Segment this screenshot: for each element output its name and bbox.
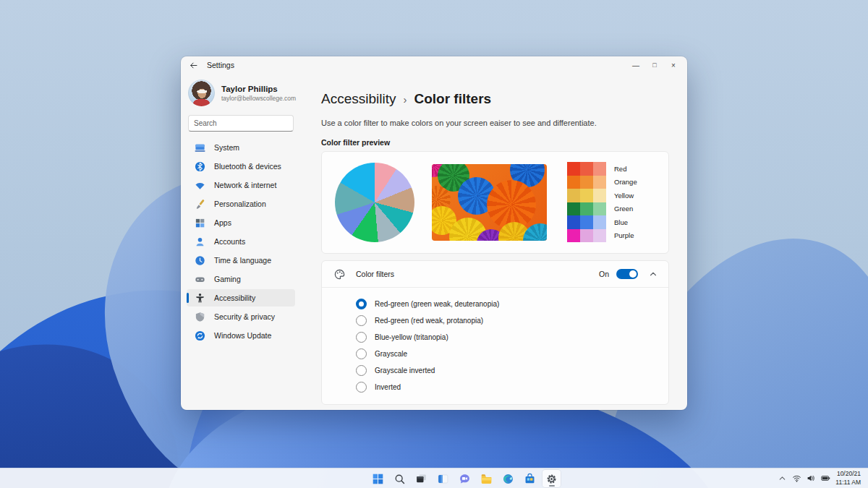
swatch-cell [580, 162, 593, 176]
sidebar-item[interactable]: System [187, 139, 295, 156]
breadcrumb-parent[interactable]: Accessibility [321, 91, 396, 107]
radio-button[interactable] [356, 348, 367, 359]
window-title: Settings [207, 61, 234, 69]
filter-option-row[interactable]: Grayscale [356, 346, 668, 362]
sidebar-item-label: Accessibility [214, 294, 255, 302]
chevron-up-icon[interactable] [778, 474, 787, 483]
taskbar-app-button[interactable] [521, 470, 539, 487]
maximize-button[interactable]: □ [645, 59, 664, 72]
taskbar-app-button[interactable] [434, 470, 452, 487]
sidebar-item-icon [195, 330, 205, 341]
taskbar: 10/20/21 11:11 AM [0, 468, 868, 488]
filter-option-label: Grayscale inverted [375, 367, 435, 374]
sidebar-item-icon [195, 161, 205, 172]
sidebar-item-label: Apps [214, 218, 231, 227]
filter-option-row[interactable]: Red-green (red weak, protanopia) [356, 312, 668, 329]
sidebar-item-label: Bluetooth & devices [214, 162, 281, 171]
taskbar-app-button[interactable] [412, 470, 430, 487]
clock[interactable]: 10/20/21 11:11 AM [835, 470, 861, 486]
taskbar-app-button[interactable] [542, 470, 561, 487]
taskbar-app-button[interactable] [391, 470, 409, 487]
taskbar-app-button[interactable] [499, 470, 517, 487]
title-bar[interactable]: Settings — □ × [181, 56, 687, 74]
taskbar-app-icon [393, 473, 406, 485]
system-tray: 10/20/21 11:11 AM [778, 468, 868, 488]
sidebar-item[interactable]: Time & language [187, 252, 295, 269]
filter-option-row[interactable]: Inverted [356, 379, 668, 395]
radio-button[interactable] [356, 332, 367, 343]
sidebar-item[interactable]: Accounts [187, 233, 295, 250]
battery-icon[interactable] [821, 474, 830, 483]
sidebar-item-icon [195, 142, 205, 153]
sidebar-item-label: Gaming [214, 275, 241, 283]
sidebar: Taylor Phillips taylor@bellowscollege.co… [181, 74, 301, 410]
sidebar-item[interactable]: Apps [187, 214, 295, 231]
color-filters-state: On [599, 270, 609, 278]
radio-button[interactable] [356, 315, 367, 326]
chevron-up-icon[interactable] [648, 269, 658, 279]
color-swatch-grid: Red Orange [567, 162, 637, 242]
color-filters-label: Color filters [356, 270, 394, 278]
user-name: Taylor Phillips [221, 84, 296, 95]
taskbar-app-icon [480, 473, 493, 485]
swatch-cell [580, 176, 593, 189]
user-profile[interactable]: Taylor Phillips taylor@bellowscollege.co… [187, 77, 295, 114]
sidebar-item-icon [195, 312, 205, 322]
color-filters-card: Color filters On Red-green (green weak, … [321, 260, 669, 405]
swatch-cell [593, 189, 606, 202]
breadcrumb: Accessibility › Color filters [321, 91, 669, 107]
color-filter-preview-card: Red Orange [321, 151, 669, 254]
swatch-row: Purple [567, 229, 637, 243]
swatch-label: Purple [614, 231, 634, 239]
sidebar-item-icon [195, 180, 205, 191]
search-box[interactable] [188, 115, 294, 132]
radio-button[interactable] [356, 365, 367, 376]
sidebar-item[interactable]: Personalization [187, 195, 295, 213]
sidebar-item-label: Network & internet [214, 181, 276, 189]
minimize-button[interactable]: — [626, 59, 645, 72]
taskbar-app-icon [372, 473, 384, 485]
taskbar-app-button[interactable] [369, 470, 387, 487]
filter-option-row[interactable]: Grayscale inverted [356, 362, 668, 379]
filter-option-row[interactable]: Red-green (green weak, deuteranopia) [356, 296, 668, 312]
swatch-cell [593, 229, 606, 243]
sidebar-item-icon [195, 293, 205, 304]
pinwheel-rosette [523, 223, 547, 241]
sidebar-item-icon [195, 218, 205, 228]
swatch-label: Red [614, 165, 626, 173]
filter-option-label: Inverted [375, 383, 401, 391]
breadcrumb-separator: › [403, 93, 407, 106]
tray-date: 10/20/21 [835, 470, 861, 478]
radio-button[interactable] [356, 299, 367, 309]
swatch-row: Orange [567, 176, 637, 189]
sidebar-item[interactable]: Windows Update [187, 327, 295, 344]
sidebar-item[interactable]: Bluetooth & devices [187, 158, 295, 175]
filter-option-label: Red-green (green weak, deuteranopia) [375, 300, 499, 308]
filter-option-row[interactable]: Blue-yellow (tritanopia) [356, 329, 668, 346]
search-input[interactable] [194, 119, 289, 127]
swatch-label: Blue [614, 218, 628, 226]
color-wheel-chart [335, 163, 414, 242]
swatch-row: Red [567, 162, 637, 176]
back-button[interactable] [185, 59, 201, 72]
wifi-icon[interactable] [792, 474, 801, 483]
sidebar-item[interactable]: Network & internet [187, 176, 295, 194]
color-filters-toggle[interactable] [616, 269, 638, 279]
radio-button[interactable] [356, 382, 367, 393]
color-filters-expander-header[interactable]: Color filters On [322, 261, 668, 287]
taskbar-app-icon [545, 473, 558, 485]
sidebar-item-label: Accounts [214, 237, 245, 246]
volume-icon[interactable] [807, 474, 816, 483]
swatch-cell [580, 189, 593, 202]
swatch-cell [580, 215, 593, 229]
sidebar-item[interactable]: Accessibility [187, 289, 295, 307]
sidebar-item[interactable]: Gaming [187, 270, 295, 288]
close-button[interactable]: × [664, 59, 683, 72]
filter-options-list: Red-green (green weak, deuteranopia) Red… [322, 287, 668, 404]
filter-option-label: Blue-yellow (tritanopia) [375, 333, 448, 341]
main-content: Accessibility › Color filters Use a colo… [301, 74, 687, 410]
taskbar-app-button[interactable] [477, 470, 495, 487]
taskbar-app-icon [502, 473, 514, 485]
sidebar-item[interactable]: Security & privacy [187, 308, 295, 325]
taskbar-app-button[interactable] [456, 470, 474, 487]
